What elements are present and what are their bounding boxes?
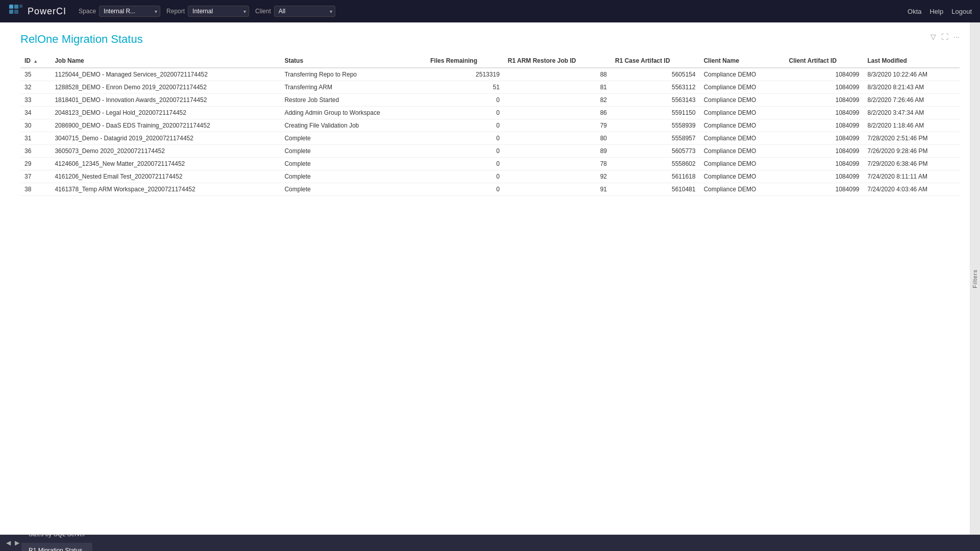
table-row[interactable]: 35 1125044_DEMO - Managed Services_20200… [20, 68, 960, 81]
more-icon[interactable]: ··· [953, 33, 960, 41]
cell-r1-arm-restore-job-id: 81 [504, 81, 611, 94]
cell-id: 37 [20, 170, 51, 183]
cell-id: 36 [20, 145, 51, 158]
cell-last-modified: 7/29/2020 6:38:46 PM [863, 158, 960, 170]
tab-next-button[interactable]: ▶ [13, 539, 21, 546]
cell-r1-arm-restore-job-id: 86 [504, 107, 611, 119]
filter-icon[interactable]: ▽ [930, 33, 936, 41]
cell-client-name: Compliance DEMO [700, 183, 785, 196]
col-header-r1-arm-restore-job-id: R1 ARM Restore Job ID [504, 54, 611, 68]
col-header-id[interactable]: ID ▲ [20, 54, 51, 68]
cell-last-modified: 7/24/2020 4:03:46 AM [863, 183, 960, 196]
help-link[interactable]: Help [929, 8, 943, 15]
svg-rect-4 [19, 5, 22, 8]
cell-client-artifact-id: 1084099 [785, 68, 864, 81]
table-row[interactable]: 33 1818401_DEMO - Innovation Awards_2020… [20, 94, 960, 107]
expand-icon[interactable]: ⛶ [941, 33, 948, 41]
cell-client-artifact-id: 1084099 [785, 81, 864, 94]
report-select-wrapper[interactable]: Internal [188, 6, 249, 17]
cell-r1-arm-restore-job-id: 89 [504, 145, 611, 158]
cell-r1-arm-restore-job-id: 91 [504, 183, 611, 196]
cell-r1-case-artifact-id: 5558957 [611, 132, 700, 145]
col-header-files-remaining: Files Remaining [426, 54, 504, 68]
nav-right-links: Okta Help Logout [908, 8, 972, 15]
cell-id: 33 [20, 94, 51, 107]
cell-r1-case-artifact-id: 5591150 [611, 107, 700, 119]
page-title: RelOne Migration Status [20, 33, 960, 46]
space-select[interactable]: Internal R... [99, 6, 160, 17]
table-row[interactable]: 30 2086900_DEMO - DaaS EDS Training_2020… [20, 119, 960, 132]
cell-client-artifact-id: 1084099 [785, 158, 864, 170]
report-select[interactable]: Internal [188, 6, 249, 17]
space-select-wrapper[interactable]: Internal R... [99, 6, 160, 17]
table-row[interactable]: 29 4124606_12345_New Matter_202007211744… [20, 158, 960, 170]
cell-client-artifact-id: 1084099 [785, 132, 864, 145]
col-header-client-name: Client Name [700, 54, 785, 68]
cell-client-name: Compliance DEMO [700, 94, 785, 107]
cell-r1-arm-restore-job-id: 80 [504, 132, 611, 145]
cell-files-remaining: 0 [426, 119, 504, 132]
cell-last-modified: 8/2/2020 7:26:46 AM [863, 94, 960, 107]
cell-client-name: Compliance DEMO [700, 145, 785, 158]
col-header-last-modified: Last Modified [863, 54, 960, 68]
cell-status: Complete [280, 145, 426, 158]
main-content: ▽ ⛶ ··· RelOne Migration Status ID ▲ Job… [0, 22, 980, 535]
table-row[interactable]: 32 1288528_DEMO - Enron Demo 2019_202007… [20, 81, 960, 94]
tab-prev-button[interactable]: ◀ [4, 539, 13, 546]
cell-id: 38 [20, 183, 51, 196]
table-row[interactable]: 34 2048123_DEMO - Legal Hold_20200721174… [20, 107, 960, 119]
cell-id: 31 [20, 132, 51, 145]
top-navigation: PowerCI Space Internal R... Report Inter… [0, 0, 980, 22]
okta-link[interactable]: Okta [908, 8, 921, 15]
cell-last-modified: 8/3/2020 8:21:43 AM [863, 81, 960, 94]
cell-client-artifact-id: 1084099 [785, 107, 864, 119]
cell-last-modified: 7/28/2020 2:51:46 PM [863, 132, 960, 145]
cell-client-name: Compliance DEMO [700, 68, 785, 81]
cell-r1-arm-restore-job-id: 92 [504, 170, 611, 183]
logout-link[interactable]: Logout [951, 8, 972, 15]
cell-files-remaining: 0 [426, 183, 504, 196]
cell-status: Complete [280, 170, 426, 183]
cell-r1-arm-restore-job-id: 82 [504, 94, 611, 107]
space-nav-item: Space Internal R... [79, 6, 160, 17]
cell-job-name: 3605073_Demo 2020_20200721174452 [51, 145, 280, 158]
client-select-wrapper[interactable]: All [274, 6, 335, 17]
cell-job-name: 2086900_DEMO - DaaS EDS Training_2020072… [51, 119, 280, 132]
svg-rect-3 [14, 10, 18, 14]
cell-files-remaining: 0 [426, 170, 504, 183]
app-logo: PowerCI [8, 4, 66, 19]
table-row[interactable]: 36 3605073_Demo 2020_20200721174452 Comp… [20, 145, 960, 158]
cell-files-remaining: 2513319 [426, 68, 504, 81]
table-row[interactable]: 37 4161206_Nested Email Test_20200721174… [20, 170, 960, 183]
cell-files-remaining: 0 [426, 107, 504, 119]
cell-last-modified: 8/2/2020 3:47:34 AM [863, 107, 960, 119]
tab-bar: ◀ ▶ Delegate ConfigSizes by SQL ServerR1… [0, 535, 980, 551]
svg-rect-1 [14, 5, 18, 9]
filters-panel[interactable]: Filters [970, 22, 980, 535]
col-header-job-name[interactable]: Job Name [51, 54, 280, 68]
report-nav-item: Report Internal [166, 6, 249, 17]
table-toolbar: ▽ ⛶ ··· [930, 33, 960, 41]
cell-status: Transferring Repo to Repo [280, 68, 426, 81]
cell-last-modified: 8/2/2020 1:18:46 AM [863, 119, 960, 132]
cell-files-remaining: 51 [426, 81, 504, 94]
cell-id: 35 [20, 68, 51, 81]
cell-client-name: Compliance DEMO [700, 132, 785, 145]
svg-rect-0 [9, 5, 13, 9]
table-row[interactable]: 38 4161378_Temp ARM Workspace_2020072117… [20, 183, 960, 196]
table-body: 35 1125044_DEMO - Managed Services_20200… [20, 68, 960, 196]
cell-client-artifact-id: 1084099 [785, 94, 864, 107]
cell-r1-case-artifact-id: 5605154 [611, 68, 700, 81]
tab-r1-migration-status[interactable]: R1 Migration Status [21, 543, 92, 551]
cell-job-name: 4124606_12345_New Matter_20200721174452 [51, 158, 280, 170]
cell-r1-arm-restore-job-id: 78 [504, 158, 611, 170]
report-label: Report [166, 8, 185, 15]
cell-client-artifact-id: 1084099 [785, 170, 864, 183]
cell-r1-case-artifact-id: 5611618 [611, 170, 700, 183]
cell-status: Adding Admin Group to Workspace [280, 107, 426, 119]
cell-r1-arm-restore-job-id: 88 [504, 68, 611, 81]
table-header: ID ▲ Job Name Status Files Remaining R1 … [20, 54, 960, 68]
table-row[interactable]: 31 3040715_Demo - Datagrid 2019_20200721… [20, 132, 960, 145]
client-select[interactable]: All [274, 6, 335, 17]
cell-r1-case-artifact-id: 5610481 [611, 183, 700, 196]
